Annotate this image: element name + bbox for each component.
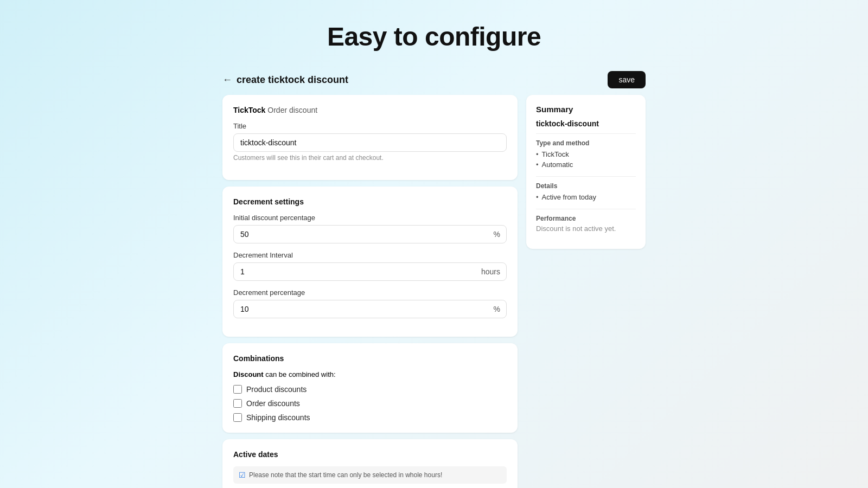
order-discounts-label: Order discounts <box>246 399 300 408</box>
active-dates-note-text: Please note that the start time can only… <box>249 471 442 479</box>
active-dates-note: ☑ Please note that the start time can on… <box>233 466 507 484</box>
right-column: Summary ticktock-discount Type and metho… <box>526 95 646 249</box>
decrement-card-title: Decrement settings <box>233 197 507 206</box>
type-item-1: Automatic <box>536 159 636 170</box>
combinations-card-title: Combinations <box>233 354 507 363</box>
combinations-bold: Discount <box>233 370 264 378</box>
combinations-label: Discount can be combined with: <box>233 370 507 378</box>
top-bar: ← create ticktock discount save <box>222 71 646 88</box>
performance-note: Discount is not active yet. <box>536 224 636 233</box>
details-title: Details <box>536 182 636 190</box>
details-item-0: Active from today <box>536 192 636 202</box>
interval-group: Decrement Interval hours <box>233 251 507 281</box>
page-heading: create ticktock discount <box>237 74 348 86</box>
initial-discount-input[interactable] <box>233 225 507 243</box>
title-field-hint: Customers will see this in their cart an… <box>233 154 507 162</box>
initial-discount-label: Initial discount percentage <box>233 214 507 222</box>
summary-divider-2 <box>536 176 636 177</box>
checkbox-group: Product discounts Order discounts Shippi… <box>233 385 507 422</box>
type-method-title: Type and method <box>536 139 636 147</box>
plugin-type: Order discount <box>267 106 317 114</box>
content-area: TickTock Order discount Title Customers … <box>222 95 646 488</box>
product-discounts-item[interactable]: Product discounts <box>233 385 507 394</box>
plugin-name: TickTock <box>233 106 265 114</box>
initial-discount-group: Initial discount percentage % <box>233 214 507 243</box>
plugin-label: TickTock Order discount <box>233 106 507 114</box>
check-icon: ☑ <box>239 471 246 479</box>
page-title: Easy to configure <box>327 22 541 52</box>
title-card: TickTock Order discount Title Customers … <box>222 95 518 180</box>
product-discounts-checkbox[interactable] <box>233 385 242 394</box>
performance-section: Performance Discount is not active yet. <box>536 215 636 233</box>
left-column: TickTock Order discount Title Customers … <box>222 95 518 488</box>
active-dates-title: Active dates <box>233 450 507 459</box>
decrement-card: Decrement settings Initial discount perc… <box>222 187 518 337</box>
summary-divider-1 <box>536 133 636 134</box>
details-list: Active from today <box>536 192 636 202</box>
decrement-pct-label: Decrement percentage <box>233 288 507 297</box>
interval-label: Decrement Interval <box>233 251 507 259</box>
decrement-pct-group: Decrement percentage % <box>233 288 507 318</box>
decrement-pct-input[interactable] <box>233 300 507 318</box>
summary-card: Summary ticktock-discount Type and metho… <box>526 95 646 249</box>
type-method-section: Type and method TickTock Automatic <box>536 139 636 170</box>
shipping-discounts-item[interactable]: Shipping discounts <box>233 413 507 422</box>
performance-title: Performance <box>536 215 636 222</box>
summary-discount-name: ticktock-discount <box>536 119 636 128</box>
order-discounts-item[interactable]: Order discounts <box>233 399 507 408</box>
title-field-label: Title <box>233 122 507 130</box>
summary-divider-3 <box>536 209 636 209</box>
top-bar-left: ← create ticktock discount <box>222 74 348 86</box>
type-item-0: TickTock <box>536 149 636 159</box>
title-input[interactable] <box>233 133 507 152</box>
summary-title: Summary <box>536 105 636 114</box>
combinations-card: Combinations Discount can be combined wi… <box>222 343 518 433</box>
interval-wrapper: hours <box>233 262 507 281</box>
shipping-discounts-checkbox[interactable] <box>233 413 242 422</box>
main-container: ← create ticktock discount save TickTock… <box>222 71 646 488</box>
product-discounts-label: Product discounts <box>246 385 307 394</box>
back-arrow-icon[interactable]: ← <box>222 74 232 86</box>
details-section: Details Active from today <box>536 182 636 202</box>
title-field-group: Title Customers will see this in their c… <box>233 122 507 162</box>
shipping-discounts-label: Shipping discounts <box>246 413 310 422</box>
save-button[interactable]: save <box>608 71 646 88</box>
title-input-wrapper <box>233 133 507 152</box>
initial-discount-wrapper: % <box>233 225 507 243</box>
decrement-pct-wrapper: % <box>233 300 507 318</box>
order-discounts-checkbox[interactable] <box>233 399 242 408</box>
active-dates-card: Active dates ☑ Please note that the star… <box>222 439 518 488</box>
interval-input[interactable] <box>233 262 507 281</box>
combinations-rest: can be combined with: <box>264 370 336 378</box>
type-method-list: TickTock Automatic <box>536 149 636 170</box>
